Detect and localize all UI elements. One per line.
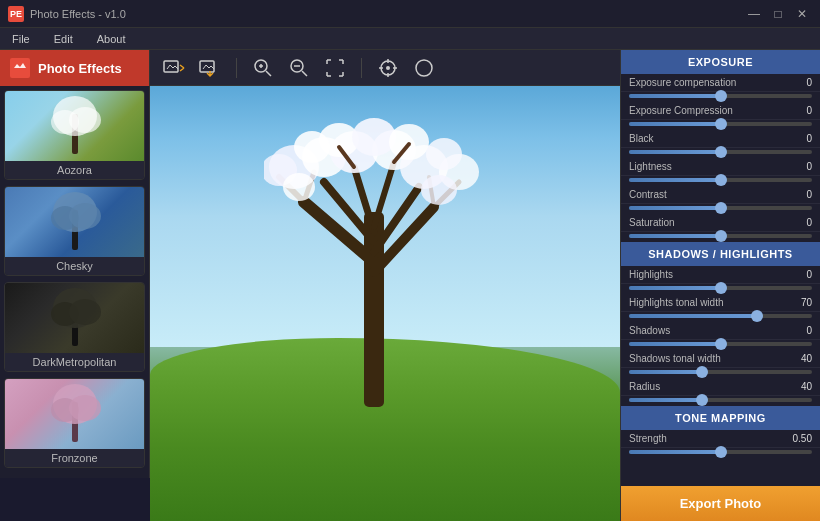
highlights-tonal-label: Highlights tonal width [629,297,792,308]
lightness-thumb[interactable] [715,174,727,186]
target-button[interactable] [374,56,402,80]
exposure-compression-thumb[interactable] [715,118,727,130]
minimize-button[interactable]: — [744,4,764,24]
shadows-label: Shadows [629,325,792,336]
preset-aozora[interactable]: Aozora [4,90,145,180]
shadows-tonal-slider-container[interactable] [621,368,820,378]
preset-chesky-label: Chesky [5,257,144,275]
lightness-slider-container[interactable] [621,176,820,186]
fit-screen-button[interactable] [321,56,349,80]
lightness-value: 0 [792,161,812,172]
shadows-fill [629,342,721,346]
open-file-button[interactable] [160,56,188,80]
menu-file[interactable]: File [8,31,34,47]
exposure-compression-value: 0 [792,105,812,116]
strength-thumb[interactable] [715,446,727,458]
exposure-compression-track [629,122,812,126]
exposure-compensation-fill [629,94,721,98]
title-bar-left: PE Photo Effects - v1.0 [8,6,126,22]
saturation-track [629,234,812,238]
shadows-tonal-label: Shadows tonal width [629,353,792,364]
lightness-track [629,178,812,182]
menu-bar: File Edit About [0,28,820,50]
radius-value: 40 [792,381,812,392]
svg-point-3 [69,107,101,133]
highlights-tonal-thumb[interactable] [751,310,763,322]
strength-label: Strength [629,433,792,444]
highlights-tonal-slider-container[interactable] [621,312,820,322]
radius-label: Radius [629,381,792,392]
exposure-compensation-slider-container[interactable] [621,92,820,102]
shadows-value: 0 [792,325,812,336]
zoom-out-button[interactable] [285,56,313,80]
highlights-thumb[interactable] [715,282,727,294]
photo-canvas [150,86,620,521]
svg-point-26 [386,66,390,70]
contrast-slider-container[interactable] [621,204,820,214]
exposure-compensation-thumb[interactable] [715,90,727,102]
black-thumb[interactable] [715,146,727,158]
toolbar-sep-2 [361,58,362,78]
toolbar [150,50,620,86]
svg-line-24 [302,71,307,76]
shadows-tonal-fill [629,370,702,374]
black-slider-container[interactable] [621,148,820,158]
preset-darkmetro[interactable]: DarkMetropolitan [4,282,145,372]
export-button[interactable]: Export Photo [621,486,820,521]
preset-darkmetro-label: DarkMetropolitan [5,353,144,371]
highlights-label: Highlights [629,269,792,280]
circle-button[interactable] [410,56,438,80]
contrast-value: 0 [792,189,812,200]
svg-point-51 [352,118,396,156]
sidebar-header: Photo Effects [0,50,149,86]
contrast-thumb[interactable] [715,202,727,214]
saturation-thumb[interactable] [715,230,727,242]
preset-list: Aozora Chesky [0,86,149,478]
app-icon: PE [8,6,24,22]
shadows-track [629,342,812,346]
lightness-label: Lightness [629,161,792,172]
strength-value: 0.50 [792,433,812,444]
exposure-compensation-label: Exposure compensation [629,77,792,88]
radius-thumb[interactable] [696,394,708,406]
exposure-compression-fill [629,122,721,126]
maximize-button[interactable]: □ [768,4,788,24]
radius-slider-container[interactable] [621,396,820,406]
strength-fill [629,450,721,454]
menu-about[interactable]: About [93,31,130,47]
exposure-compression-label: Exposure Compression [629,105,792,116]
sidebar-title: Photo Effects [38,61,122,76]
highlights-tonal-row: Highlights tonal width 70 [621,294,820,312]
saturation-slider-container[interactable] [621,232,820,242]
black-label: Black [629,133,792,144]
shadows-thumb[interactable] [715,338,727,350]
exposure-section-header[interactable]: EXPOSURE [621,50,820,74]
preset-chesky-thumb [5,187,144,257]
highlights-slider-container[interactable] [621,284,820,294]
close-button[interactable]: ✕ [792,4,812,24]
black-track [629,150,812,154]
tree-svg [264,112,484,412]
preset-chesky[interactable]: Chesky [4,186,145,276]
exposure-compensation-value: 0 [792,77,812,88]
exposure-compression-slider-container[interactable] [621,120,820,130]
save-file-button[interactable] [196,56,224,80]
highlights-tonal-value: 70 [792,297,812,308]
shadows-slider-container[interactable] [621,340,820,350]
zoom-in-button[interactable] [249,56,277,80]
svg-point-55 [421,175,457,205]
contrast-track [629,206,812,210]
shadows-highlights-section-header[interactable]: SHADOWS / HIGHLIGHTS [621,242,820,266]
highlights-fill [629,286,721,290]
tone-mapping-section-header[interactable]: TONE MAPPING [621,406,820,430]
menu-edit[interactable]: Edit [50,31,77,47]
shadows-tonal-track [629,370,812,374]
shadows-tonal-thumb[interactable] [696,366,708,378]
preset-fronzone[interactable]: Fronzone [4,378,145,468]
radius-row: Radius 40 [621,378,820,396]
photo-canvas-container [150,86,620,521]
preset-darkmetro-thumb [5,283,144,353]
app-window: PE Photo Effects - v1.0 — □ ✕ File Edit … [0,0,820,521]
strength-slider-container[interactable] [621,448,820,458]
preset-fronzone-label: Fronzone [5,449,144,467]
